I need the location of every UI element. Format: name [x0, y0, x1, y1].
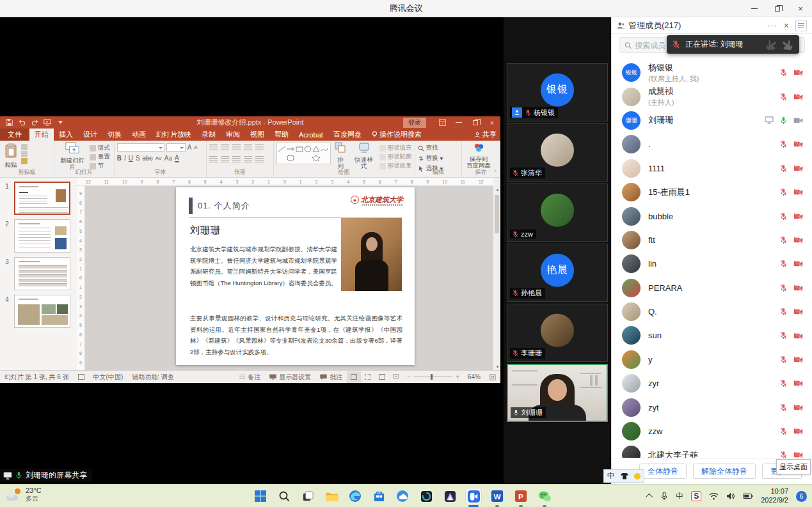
ppt-tab-13[interactable]: 操作说明搜索	[367, 129, 427, 141]
member-status-icons[interactable]	[779, 188, 803, 196]
taskbar-clock[interactable]: 10:07 2022/9/2	[761, 487, 788, 505]
edge-taskbar-icon[interactable]	[347, 488, 363, 504]
ime-emoji-icon[interactable]	[634, 473, 641, 480]
design-taskbar-icon[interactable]	[442, 488, 458, 504]
undo-icon[interactable]	[18, 119, 26, 127]
member-row[interactable]: .	[612, 132, 812, 156]
align-right-icon[interactable]	[232, 156, 241, 162]
ppt-restore-button[interactable]	[467, 116, 484, 129]
member-row[interactable]: 15-崔雨晨1	[612, 180, 812, 204]
slide-thumbnail[interactable]: 3	[0, 257, 77, 290]
indent-decrease-icon[interactable]	[232, 144, 241, 150]
member-status-icons[interactable]	[765, 116, 803, 125]
explorer-taskbar-icon[interactable]	[324, 488, 339, 504]
meeting-taskbar-icon[interactable]	[466, 488, 481, 504]
zoom-level[interactable]: 64%	[463, 373, 485, 380]
member-status-icons[interactable]	[779, 308, 803, 316]
line-spacing-icon[interactable]	[255, 144, 264, 150]
video-tile[interactable]: zzw	[507, 183, 608, 242]
format-painter-icon[interactable]	[21, 158, 28, 164]
bullets-icon[interactable]	[209, 144, 218, 150]
powerpoint-taskbar-icon[interactable]: P	[513, 488, 529, 504]
slide[interactable]: 01. 个人简介 ◉ 北京建筑大学 刘珊珊 北京建筑大学建筑与城市规划学院副教授…	[176, 187, 415, 365]
member-row[interactable]: zyr	[612, 371, 812, 395]
gesture-hand-icon[interactable]	[765, 38, 779, 51]
slide-thumbnail[interactable]: 1	[0, 182, 77, 215]
unmute-all-button[interactable]: 解除全体静音	[693, 464, 756, 479]
align-center-icon[interactable]	[221, 156, 229, 162]
member-status-icons[interactable]	[779, 427, 803, 435]
cloud-taskbar-icon[interactable]	[395, 488, 410, 504]
ppt-tab-5[interactable]: 动画	[127, 129, 151, 141]
char-spacing-button[interactable]: AV	[155, 155, 162, 161]
comments-toggle[interactable]: 批注	[315, 373, 347, 382]
member-status-icons[interactable]	[779, 284, 803, 292]
close-button[interactable]: ×	[789, 0, 812, 17]
ime-skin-icon[interactable]	[621, 473, 628, 480]
panel-menu-icon[interactable]	[795, 20, 807, 31]
mute-all-button[interactable]: 全体静音	[639, 464, 687, 479]
notes-toggle[interactable]: 备注	[235, 373, 265, 382]
zoom-slider[interactable]: −+	[407, 373, 459, 380]
member-row[interactable]: PERARA	[612, 276, 812, 300]
wechat-taskbar-icon[interactable]	[537, 488, 552, 504]
ppt-tab-8[interactable]: 审阅	[221, 129, 245, 141]
replace-button[interactable]: 替换 ▾	[418, 154, 443, 162]
shadow-button[interactable]: S	[136, 155, 140, 162]
ppt-tab-home[interactable]: 开始	[29, 129, 54, 141]
language-indicator[interactable]: 中文(中国)	[89, 373, 128, 382]
ppt-tab-2[interactable]: 插入	[54, 129, 78, 141]
volume-icon[interactable]	[726, 492, 735, 500]
indent-increase-icon[interactable]	[244, 144, 252, 150]
video-tile[interactable]: 李珊珊	[507, 304, 608, 362]
member-row[interactable]: 银银杨银银(联席主持人, 我)	[612, 61, 812, 84]
italic-button[interactable]: I	[124, 155, 126, 162]
numbering-icon[interactable]	[221, 144, 229, 150]
justify-icon[interactable]	[244, 156, 252, 162]
member-status-icons[interactable]	[779, 164, 803, 173]
gesture-hand-icon[interactable]	[780, 38, 794, 51]
panel-more-icon[interactable]: ···	[767, 20, 777, 30]
columns-icon[interactable]	[255, 156, 264, 162]
ppt-minimize-button[interactable]	[450, 116, 467, 129]
underline-button[interactable]: U	[129, 155, 133, 162]
ppt-tab-11[interactable]: Acrobat	[294, 129, 328, 141]
ppt-tab-file[interactable]: 文件	[0, 129, 29, 141]
ppt-vertical-scrollbar[interactable]: ▲▼	[493, 186, 500, 370]
member-row[interactable]: bubble	[612, 204, 812, 228]
strikethrough-button[interactable]: abc	[143, 155, 153, 162]
member-status-icons[interactable]	[779, 355, 803, 364]
ppt-tab-7[interactable]: 录制	[196, 129, 221, 141]
member-row[interactable]: Q.	[612, 300, 812, 324]
tray-ime-indicator[interactable]: 中	[676, 491, 683, 502]
wifi-icon[interactable]	[709, 492, 719, 500]
ppt-tab-4[interactable]: 切换	[102, 129, 127, 141]
ime-toolbar[interactable]: 中	[603, 469, 644, 483]
member-row[interactable]: ftt	[612, 228, 812, 252]
qat-dropdown-icon[interactable]	[56, 119, 64, 127]
member-status-icons[interactable]	[779, 379, 803, 387]
start-taskbar-icon[interactable]	[253, 488, 268, 504]
minimize-button[interactable]	[743, 0, 766, 17]
collapse-ribbon-icon[interactable]: ⌃	[493, 169, 498, 176]
member-row[interactable]: zyt	[612, 395, 812, 419]
ime-language-button[interactable]: 中	[607, 471, 615, 481]
font-color-button[interactable]: A	[175, 154, 179, 162]
video-tile[interactable]: 艳晨 孙艳晨	[507, 244, 608, 302]
member-status-icons[interactable]	[779, 212, 803, 221]
video-tile[interactable]: 刘珊珊	[507, 364, 608, 422]
normal-view-button[interactable]	[347, 371, 361, 383]
member-row[interactable]: lin	[612, 252, 812, 276]
ppt-tab-10[interactable]: 帮助	[269, 129, 294, 141]
font-size-combo[interactable]	[166, 143, 186, 152]
copy-icon[interactable]	[21, 151, 28, 157]
word-taskbar-icon[interactable]: W	[490, 488, 505, 504]
member-row[interactable]: zzw	[612, 419, 812, 443]
shapes-gallery[interactable]	[276, 143, 331, 164]
ribbon-display-options-icon[interactable]	[434, 116, 450, 129]
battery-icon[interactable]	[743, 493, 753, 499]
save-to-baidu-button[interactable]: 保存到百度网盘	[465, 143, 493, 169]
paste-button[interactable]: 粘贴	[3, 143, 19, 169]
align-left-icon[interactable]	[209, 156, 218, 162]
ppt-tab-6[interactable]: 幻灯片放映	[151, 129, 196, 141]
